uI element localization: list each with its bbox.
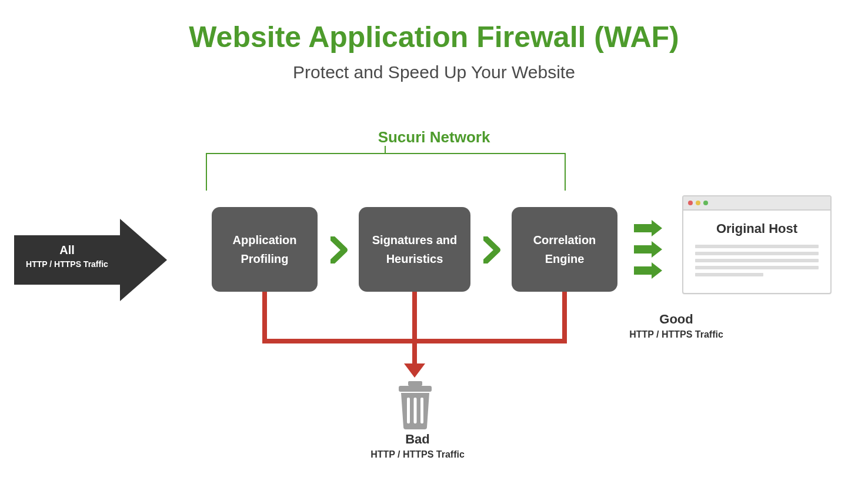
bad-traffic-label-2: HTTP / HTTPS Traffic	[329, 449, 506, 460]
svg-rect-4	[420, 398, 423, 423]
browser-titlebar	[683, 196, 830, 211]
red-connector	[562, 292, 567, 342]
all-traffic-label-2: HTTP / HTTPS Traffic	[14, 259, 120, 269]
red-connector	[262, 292, 267, 342]
stage-application-profiling: Application Profiling	[212, 207, 318, 292]
bracket-stem	[385, 146, 386, 153]
diagram-canvas: Sucuri Network All HTTP / HTTPS Traffic …	[0, 0, 868, 477]
text-line-icon	[695, 273, 763, 276]
trash-icon	[394, 381, 436, 432]
arrow-right-icon	[634, 220, 665, 236]
arrow-down-icon	[404, 363, 425, 378]
good-traffic-label-1: Good	[612, 312, 741, 327]
network-label: Sucuri Network	[378, 128, 490, 146]
all-traffic-arrow-body: All HTTP / HTTPS Traffic	[14, 235, 120, 285]
window-close-dot-icon	[688, 201, 693, 205]
svg-rect-0	[408, 381, 422, 386]
svg-rect-3	[414, 398, 417, 423]
good-traffic-label-2: HTTP / HTTPS Traffic	[612, 329, 741, 340]
text-line-icon	[695, 245, 819, 248]
chevron-icon	[483, 236, 501, 263]
arrow-right-icon	[634, 241, 665, 258]
window-max-dot-icon	[703, 201, 708, 205]
text-line-icon	[695, 266, 819, 269]
stage-signatures-heuristics: Signatures and Heuristics	[359, 207, 470, 292]
all-traffic-arrow: All HTTP / HTTPS Traffic	[14, 219, 167, 301]
text-line-icon	[695, 252, 819, 255]
red-connector	[412, 292, 417, 366]
all-traffic-arrow-head	[120, 219, 167, 301]
bad-traffic-label: Bad HTTP / HTTPS Traffic	[329, 432, 506, 460]
svg-rect-2	[407, 398, 410, 423]
arrow-right-icon	[634, 262, 665, 279]
stage-correlation-engine: Correlation Engine	[512, 207, 617, 292]
window-min-dot-icon	[696, 201, 700, 205]
svg-rect-1	[399, 386, 432, 392]
bad-traffic-label-1: Bad	[329, 432, 506, 447]
good-traffic-label: Good HTTP / HTTPS Traffic	[612, 312, 741, 340]
network-bracket	[206, 153, 566, 191]
text-line-icon	[695, 259, 819, 262]
chevron-icon	[330, 236, 348, 263]
all-traffic-label-1: All	[14, 243, 120, 257]
original-host-browser: Original Host	[682, 195, 832, 294]
original-host-title: Original Host	[695, 221, 819, 236]
browser-content: Original Host	[683, 211, 830, 293]
good-traffic-arrows	[634, 215, 665, 283]
